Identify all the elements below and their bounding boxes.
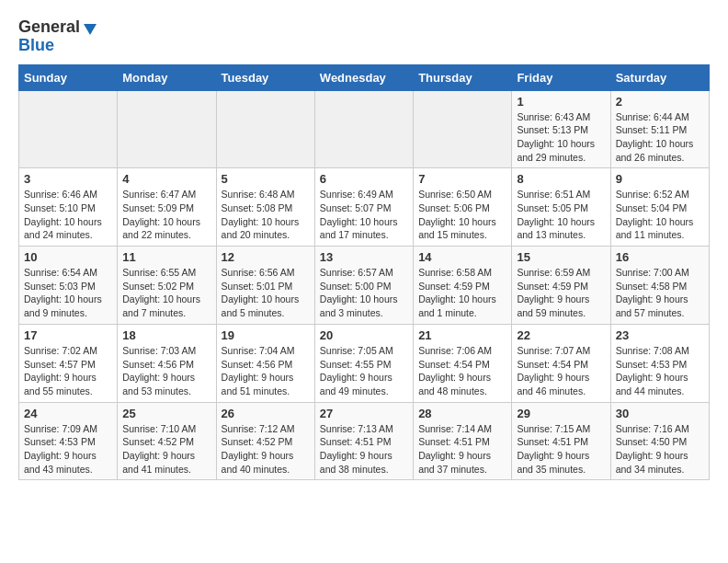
day-info: Sunrise: 6:50 AM Sunset: 5:06 PM Dayligh… <box>418 188 506 242</box>
day-info: Sunrise: 7:16 AM Sunset: 4:50 PM Dayligh… <box>616 422 704 477</box>
day-cell: 7Sunrise: 6:50 AM Sunset: 5:06 PM Daylig… <box>414 168 512 247</box>
day-cell: 4Sunrise: 6:47 AM Sunset: 5:09 PM Daylig… <box>118 168 216 247</box>
day-number: 27 <box>320 407 408 420</box>
day-cell: 6Sunrise: 6:49 AM Sunset: 5:07 PM Daylig… <box>314 168 413 247</box>
header-day-wednesday: Wednesday <box>314 64 413 90</box>
day-number: 18 <box>122 328 210 342</box>
logo-container: General Blue <box>18 18 98 55</box>
day-cell: 22Sunrise: 7:07 AM Sunset: 4:54 PM Dayli… <box>512 324 610 402</box>
day-cell: 11Sunrise: 6:55 AM Sunset: 5:02 PM Dayli… <box>118 247 216 325</box>
day-cell: 5Sunrise: 6:48 AM Sunset: 5:08 PM Daylig… <box>216 168 314 247</box>
day-number: 14 <box>418 250 506 264</box>
day-info: Sunrise: 6:59 AM Sunset: 4:59 PM Dayligh… <box>517 266 605 320</box>
day-info: Sunrise: 7:12 AM Sunset: 4:52 PM Dayligh… <box>222 422 310 477</box>
day-number: 9 <box>616 172 704 186</box>
day-number: 28 <box>418 407 506 420</box>
day-number: 8 <box>517 172 605 186</box>
day-number: 5 <box>222 172 310 186</box>
day-info: Sunrise: 6:54 AM Sunset: 5:03 PM Dayligh… <box>24 266 112 320</box>
day-cell: 16Sunrise: 7:00 AM Sunset: 4:58 PM Dayli… <box>610 247 709 325</box>
day-cell <box>414 90 512 168</box>
header-row: SundayMondayTuesdayWednesdayThursdayFrid… <box>19 64 710 90</box>
day-info: Sunrise: 6:56 AM Sunset: 5:01 PM Dayligh… <box>222 266 310 320</box>
logo-blue: Blue <box>18 36 54 54</box>
day-cell: 13Sunrise: 6:57 AM Sunset: 5:00 PM Dayli… <box>314 247 413 325</box>
day-number: 16 <box>616 250 704 264</box>
day-info: Sunrise: 6:51 AM Sunset: 5:05 PM Dayligh… <box>517 188 605 242</box>
day-number: 15 <box>517 250 605 264</box>
day-cell <box>314 90 413 168</box>
header-day-tuesday: Tuesday <box>216 64 314 90</box>
day-info: Sunrise: 7:00 AM Sunset: 4:58 PM Dayligh… <box>616 266 704 320</box>
day-number: 21 <box>418 328 506 342</box>
day-cell: 20Sunrise: 7:05 AM Sunset: 4:55 PM Dayli… <box>314 324 413 402</box>
day-number: 25 <box>122 407 210 420</box>
day-number: 29 <box>517 407 605 420</box>
day-info: Sunrise: 7:07 AM Sunset: 4:54 PM Dayligh… <box>517 344 605 398</box>
day-number: 2 <box>616 95 704 109</box>
day-info: Sunrise: 6:52 AM Sunset: 5:04 PM Dayligh… <box>616 188 704 242</box>
day-cell: 9Sunrise: 6:52 AM Sunset: 5:04 PM Daylig… <box>610 168 709 247</box>
day-info: Sunrise: 7:04 AM Sunset: 4:56 PM Dayligh… <box>222 344 310 398</box>
header-day-saturday: Saturday <box>610 64 709 90</box>
day-info: Sunrise: 6:55 AM Sunset: 5:02 PM Dayligh… <box>122 266 210 320</box>
day-number: 7 <box>418 172 506 186</box>
day-cell: 10Sunrise: 6:54 AM Sunset: 5:03 PM Dayli… <box>19 247 118 325</box>
day-number: 13 <box>320 250 408 264</box>
day-cell: 15Sunrise: 6:59 AM Sunset: 4:59 PM Dayli… <box>512 247 610 325</box>
day-info: Sunrise: 6:48 AM Sunset: 5:08 PM Dayligh… <box>222 188 310 242</box>
day-cell <box>118 90 216 168</box>
header-day-monday: Monday <box>118 64 216 90</box>
day-cell: 12Sunrise: 6:56 AM Sunset: 5:01 PM Dayli… <box>216 247 314 325</box>
day-number: 3 <box>24 172 112 186</box>
day-cell: 27Sunrise: 7:13 AM Sunset: 4:51 PM Dayli… <box>314 402 413 480</box>
calendar-table: SundayMondayTuesdayWednesdayThursdayFrid… <box>18 64 710 481</box>
header-day-friday: Friday <box>512 64 610 90</box>
day-info: Sunrise: 6:57 AM Sunset: 5:00 PM Dayligh… <box>320 266 408 320</box>
day-cell: 28Sunrise: 7:14 AM Sunset: 4:51 PM Dayli… <box>414 402 512 480</box>
day-number: 17 <box>24 328 112 342</box>
day-cell: 18Sunrise: 7:03 AM Sunset: 4:56 PM Dayli… <box>118 324 216 402</box>
day-number: 11 <box>122 250 210 264</box>
day-info: Sunrise: 7:08 AM Sunset: 4:53 PM Dayligh… <box>616 344 704 398</box>
header-day-sunday: Sunday <box>19 64 118 90</box>
day-info: Sunrise: 7:15 AM Sunset: 4:51 PM Dayligh… <box>517 422 605 477</box>
day-number: 4 <box>122 172 210 186</box>
day-cell: 14Sunrise: 6:58 AM Sunset: 4:59 PM Dayli… <box>414 247 512 325</box>
day-info: Sunrise: 7:09 AM Sunset: 4:53 PM Dayligh… <box>24 422 112 477</box>
day-number: 19 <box>222 328 310 342</box>
day-cell <box>19 90 118 168</box>
day-info: Sunrise: 7:05 AM Sunset: 4:55 PM Dayligh… <box>320 344 408 398</box>
day-cell: 17Sunrise: 7:02 AM Sunset: 4:57 PM Dayli… <box>19 324 118 402</box>
day-info: Sunrise: 6:58 AM Sunset: 4:59 PM Dayligh… <box>418 266 506 320</box>
day-cell: 30Sunrise: 7:16 AM Sunset: 4:50 PM Dayli… <box>610 402 709 480</box>
day-info: Sunrise: 7:02 AM Sunset: 4:57 PM Dayligh… <box>24 344 112 398</box>
day-number: 30 <box>616 407 704 420</box>
day-cell: 1Sunrise: 6:43 AM Sunset: 5:13 PM Daylig… <box>512 90 610 168</box>
week-row-3: 10Sunrise: 6:54 AM Sunset: 5:03 PM Dayli… <box>19 247 710 325</box>
day-cell: 8Sunrise: 6:51 AM Sunset: 5:05 PM Daylig… <box>512 168 610 247</box>
day-cell: 2Sunrise: 6:44 AM Sunset: 5:11 PM Daylig… <box>610 90 709 168</box>
day-cell: 24Sunrise: 7:09 AM Sunset: 4:53 PM Dayli… <box>19 402 118 480</box>
day-info: Sunrise: 6:46 AM Sunset: 5:10 PM Dayligh… <box>24 188 112 242</box>
day-number: 6 <box>320 172 408 186</box>
week-row-5: 24Sunrise: 7:09 AM Sunset: 4:53 PM Dayli… <box>19 402 710 480</box>
day-cell: 25Sunrise: 7:10 AM Sunset: 4:52 PM Dayli… <box>118 402 216 480</box>
header-day-thursday: Thursday <box>414 64 512 90</box>
day-info: Sunrise: 7:13 AM Sunset: 4:51 PM Dayligh… <box>320 422 408 477</box>
day-number: 26 <box>222 407 310 420</box>
day-number: 12 <box>222 250 310 264</box>
day-info: Sunrise: 7:14 AM Sunset: 4:51 PM Dayligh… <box>418 422 506 477</box>
day-info: Sunrise: 7:10 AM Sunset: 4:52 PM Dayligh… <box>122 422 210 477</box>
day-cell: 19Sunrise: 7:04 AM Sunset: 4:56 PM Dayli… <box>216 324 314 402</box>
day-number: 1 <box>517 95 605 109</box>
day-number: 20 <box>320 328 408 342</box>
day-info: Sunrise: 6:44 AM Sunset: 5:11 PM Dayligh… <box>616 110 704 165</box>
day-number: 22 <box>517 328 605 342</box>
day-cell: 26Sunrise: 7:12 AM Sunset: 4:52 PM Dayli… <box>216 402 314 480</box>
day-number: 24 <box>24 407 112 420</box>
day-info: Sunrise: 6:49 AM Sunset: 5:07 PM Dayligh… <box>320 188 408 242</box>
day-number: 10 <box>24 250 112 264</box>
page-header: General Blue <box>18 18 710 55</box>
logo: General Blue <box>18 18 98 55</box>
